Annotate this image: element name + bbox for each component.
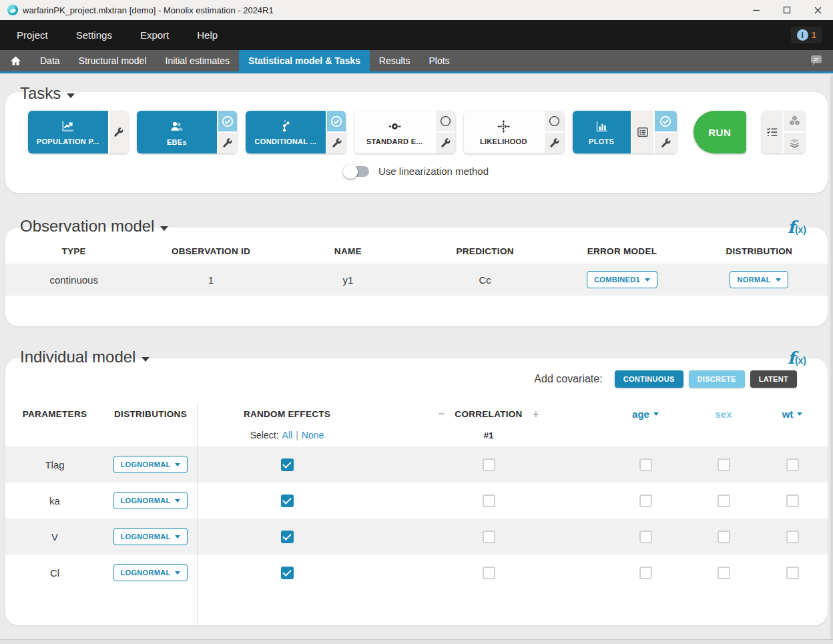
error-model-dropdown[interactable]: COMBINED1 — [587, 271, 657, 288]
caret-down-icon — [160, 226, 168, 231]
add-continuous-covariate-button[interactable]: CONTINUOUS — [615, 370, 683, 388]
distribution-dropdown[interactable]: NORMAL — [730, 271, 788, 288]
likelihood-settings-button[interactable] — [545, 133, 564, 153]
tab-statistical-model-tasks[interactable]: Statistical model & Tasks — [239, 50, 370, 71]
tab-data[interactable]: Data — [31, 50, 69, 71]
correlation-checkbox-ka[interactable] — [483, 495, 495, 507]
caret-down-icon — [67, 93, 75, 98]
task-standard-errors: STANDARD E... — [354, 111, 455, 153]
individual-model-title[interactable]: Individual model — [20, 348, 150, 366]
ebes-settings-button[interactable] — [218, 133, 238, 153]
age-checkbox-v[interactable] — [639, 531, 652, 543]
menu-export[interactable]: Export — [140, 29, 169, 41]
ebes-selected-toggle[interactable] — [218, 111, 238, 131]
sex-checkbox-v[interactable] — [718, 531, 730, 543]
tab-plots[interactable]: Plots — [420, 50, 459, 71]
distribution-dropdown-v[interactable]: LOGNORMAL — [113, 528, 188, 545]
formula-fx-button[interactable]: f(x) — [788, 219, 806, 236]
run-button[interactable]: RUN — [693, 111, 746, 153]
sex-checkbox-tlag[interactable] — [718, 458, 730, 471]
remove-correlation-button[interactable]: − — [438, 408, 445, 420]
check-circle-icon — [659, 115, 672, 128]
caret-down-icon — [797, 412, 802, 416]
maximize-button[interactable] — [772, 0, 802, 20]
parameter-name: Tlag — [5, 446, 104, 482]
window-title: warfarinPK_project.mlxtran [demo] - Mono… — [23, 5, 274, 15]
standard-errors-settings-button[interactable] — [436, 133, 455, 153]
feedback-bubble-icon[interactable] — [808, 53, 824, 69]
population-parameters-button[interactable]: POPULATION P... — [28, 111, 108, 153]
select-all-link[interactable]: All — [282, 430, 293, 440]
age-checkbox-ka[interactable] — [639, 495, 652, 507]
tab-structural-model[interactable]: Structural model — [69, 50, 156, 71]
wt-checkbox-tlag[interactable] — [786, 458, 799, 471]
correlation-checkbox-tlag[interactable] — [483, 458, 495, 471]
add-discrete-covariate-button[interactable]: DISCRETE — [689, 370, 745, 388]
wt-checkbox-cl[interactable] — [786, 567, 799, 579]
tab-results[interactable]: Results — [370, 50, 420, 71]
covariate-age-dropdown[interactable]: age — [601, 404, 690, 424]
ebes-button[interactable]: EBEs — [137, 111, 217, 153]
col-prediction: PREDICTION — [416, 246, 553, 256]
age-checkbox-cl[interactable] — [639, 567, 652, 579]
conditional-distribution-selected-toggle[interactable] — [327, 111, 346, 131]
notifications-badge[interactable]: i 1 — [791, 27, 822, 43]
caret-down-icon — [776, 278, 781, 282]
tasks-section-title[interactable]: Tasks — [20, 84, 75, 103]
likelihood-selected-toggle[interactable] — [545, 111, 564, 131]
layers-icon — [788, 137, 801, 149]
correlation-checkbox-cl[interactable] — [483, 567, 495, 579]
conditional-distribution-settings-button[interactable] — [327, 133, 346, 153]
tab-initial-estimates[interactable]: Initial estimates — [156, 50, 239, 71]
likelihood-button[interactable]: LIKELIHOOD — [464, 111, 544, 153]
tab-home[interactable] — [0, 50, 31, 71]
distribution-dropdown-cl[interactable]: LOGNORMAL — [113, 564, 188, 581]
plots-settings-button[interactable] — [655, 133, 677, 153]
random-effect-checkbox-v[interactable] — [281, 531, 294, 543]
population-parameters-settings-button[interactable] — [109, 111, 129, 153]
assessment-cubes-button[interactable] — [784, 111, 805, 131]
menu-project[interactable]: Project — [17, 29, 48, 41]
add-correlation-button[interactable]: + — [533, 408, 539, 420]
plots-list-button[interactable] — [632, 111, 654, 153]
parameter-name: V — [5, 519, 104, 555]
menu-settings[interactable]: Settings — [76, 29, 112, 41]
plots-button[interactable]: PLOTS — [573, 111, 631, 153]
wt-checkbox-ka[interactable] — [786, 495, 799, 507]
distribution-dropdown-tlag[interactable]: LOGNORMAL — [113, 456, 188, 473]
conditional-distribution-button[interactable]: CONDITIONAL ... — [246, 111, 326, 153]
scrollbar[interactable] — [830, 75, 833, 644]
close-button[interactable] — [802, 0, 833, 20]
col-distribution: DISTRIBUTION — [691, 246, 828, 256]
parameter-row-v: V LOGNORMAL — [5, 519, 828, 555]
standard-errors-selected-toggle[interactable] — [436, 111, 455, 131]
run-options-group — [762, 111, 805, 153]
sex-checkbox-cl[interactable] — [718, 567, 730, 579]
task-checklist-button[interactable] — [762, 111, 783, 153]
distribution-dropdown-ka[interactable]: LOGNORMAL — [113, 492, 188, 509]
plots-selected-toggle[interactable] — [655, 111, 677, 131]
population-chart-icon — [60, 119, 75, 134]
wrench-icon — [440, 137, 451, 149]
covariate-wt-dropdown[interactable]: wt — [757, 404, 828, 424]
obs-name: y1 — [280, 274, 416, 286]
random-effect-checkbox-tlag[interactable] — [281, 458, 294, 471]
random-effect-checkbox-cl[interactable] — [281, 567, 294, 579]
add-latent-covariate-button[interactable]: LATENT — [750, 370, 797, 388]
people-icon — [169, 119, 185, 135]
random-effect-checkbox-ka[interactable] — [281, 495, 294, 507]
formula-fx-button[interactable]: f(x) — [788, 350, 806, 366]
age-checkbox-tlag[interactable] — [639, 458, 652, 471]
sex-checkbox-ka[interactable] — [718, 495, 730, 507]
select-none-link[interactable]: None — [302, 430, 324, 440]
menu-help[interactable]: Help — [197, 29, 218, 41]
correlation-checkbox-v[interactable] — [483, 531, 495, 543]
linearization-toggle[interactable] — [344, 166, 369, 177]
minimize-button[interactable] — [741, 0, 772, 20]
layers-button[interactable] — [784, 133, 805, 153]
wt-checkbox-v[interactable] — [786, 531, 799, 543]
standard-errors-button[interactable]: STANDARD E... — [354, 111, 435, 153]
linearization-label: Use linearization method — [378, 166, 489, 177]
info-icon: i — [797, 29, 808, 41]
observation-model-title[interactable]: Observation model — [20, 217, 168, 236]
